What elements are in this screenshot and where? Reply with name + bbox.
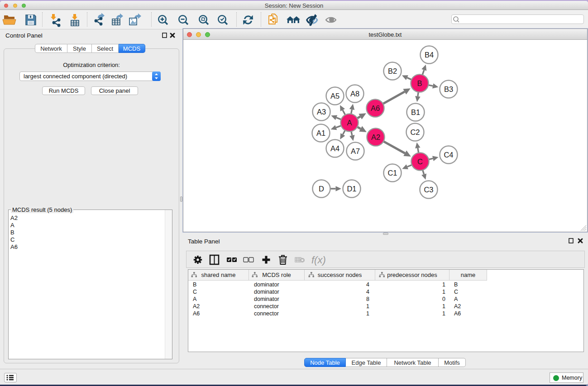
svg-text:A8: A8 — [350, 90, 359, 98]
svg-text:A2: A2 — [371, 133, 380, 141]
svg-text:C2: C2 — [410, 128, 420, 136]
svg-text:C1: C1 — [387, 169, 397, 177]
svg-text:A4: A4 — [330, 144, 339, 152]
svg-text:B: B — [417, 79, 422, 87]
svg-text:D: D — [319, 185, 324, 193]
svg-text:f(x): f(x) — [311, 254, 326, 266]
svg-text:A3: A3 — [317, 108, 326, 116]
svg-text:B1: B1 — [411, 108, 420, 116]
svg-text:B3: B3 — [444, 85, 453, 93]
svg-text:B2: B2 — [388, 67, 397, 75]
svg-text:A7: A7 — [351, 147, 360, 155]
svg-text:A5: A5 — [330, 92, 339, 100]
svg-text:A1: A1 — [316, 129, 325, 137]
svg-text:A6: A6 — [371, 104, 380, 112]
svg-text:C3: C3 — [424, 186, 433, 194]
svg-text:B4: B4 — [425, 51, 434, 59]
svg-text:C4: C4 — [444, 151, 453, 159]
svg-text:C: C — [417, 157, 423, 166]
svg-text:D1: D1 — [347, 185, 356, 193]
svg-text:A: A — [347, 119, 352, 127]
